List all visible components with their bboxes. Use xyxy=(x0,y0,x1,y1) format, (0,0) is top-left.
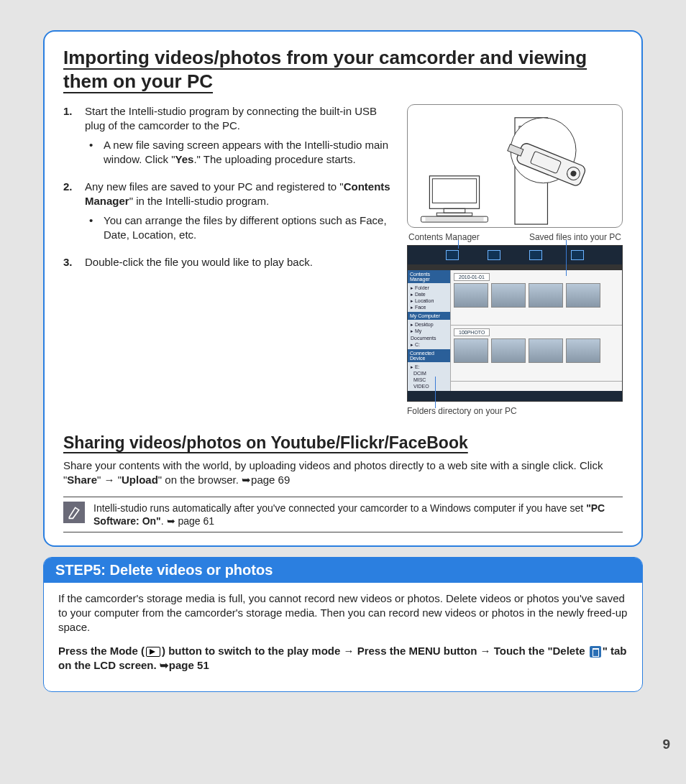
share-mid: " → " xyxy=(97,474,122,486)
svg-rect-3 xyxy=(436,213,472,216)
step5-p2-b: ) button to switch to the play mode → Pr… xyxy=(162,645,588,657)
section-title-sharing: Sharing videos/photos on Youtube/Flickr/… xyxy=(63,433,623,453)
bullet-bold: Yes xyxy=(175,153,194,165)
main-content-panel: Importing videos/photos from your camcor… xyxy=(43,30,643,547)
play-mode-icon xyxy=(146,647,160,657)
step-number: 3. xyxy=(63,255,85,269)
share-post: " on the browser. ➥page 69 xyxy=(158,474,290,486)
step-2: 2. Any new files are saved to your PC an… xyxy=(63,180,395,245)
step5-p2-a: Press the Mode ( xyxy=(58,645,145,657)
step-number: 2. xyxy=(63,180,85,245)
svg-rect-0 xyxy=(429,176,479,208)
step5-header: STEP5: Delete videos or photos xyxy=(44,558,642,583)
section-title-importing: Importing videos/photos from your camcor… xyxy=(63,46,623,93)
step-text: Start the Intelli-studio program by conn… xyxy=(85,104,395,134)
bullet-item: You can arrange the files by different o… xyxy=(85,213,395,243)
label-saved-files: Saved files into your PC xyxy=(529,232,621,242)
step5-paragraph-2: Press the Mode () button to switch to th… xyxy=(58,644,628,673)
label-folders-directory: Folders directory on your PC xyxy=(407,406,623,416)
share-bold1: Share xyxy=(67,474,97,486)
step-text: Double-click the file you would like to … xyxy=(85,255,395,269)
step5-panel: STEP5: Delete videos or photos If the ca… xyxy=(43,557,643,692)
page-number: 9 xyxy=(662,737,670,752)
delete-icon xyxy=(590,646,601,658)
note-post: . ➥ page 61 xyxy=(161,515,214,527)
bullet-text: You can arrange the files by different o… xyxy=(104,213,395,243)
bullet-text-post: ." The uploading procedure starts. xyxy=(193,153,355,165)
screenshot-labels-top: Contents Manager Saved files into your P… xyxy=(407,232,623,242)
share-bold2: Upload xyxy=(122,474,158,486)
intelli-studio-screenshot: Contents Manager ▸ Folder▸ Date▸ Locatio… xyxy=(407,245,623,402)
illustration-column: Contents Manager Saved files into your P… xyxy=(407,104,623,416)
svg-rect-1 xyxy=(432,179,476,203)
steps-column: 1. Start the Intelli-studio program by c… xyxy=(63,104,395,416)
step5-body: If the camcorder's storage media is full… xyxy=(44,583,642,691)
step5-paragraph-1: If the camcorder's storage media is full… xyxy=(58,591,628,635)
svg-rect-2 xyxy=(444,208,465,213)
label-contents-manager: Contents Manager xyxy=(408,232,480,242)
step-3: 3. Double-click the file you would like … xyxy=(63,255,395,269)
step-1: 1. Start the Intelli-studio program by c… xyxy=(63,104,395,170)
step-number: 1. xyxy=(63,104,85,170)
note-box: Intelli-studio runs automatically after … xyxy=(63,497,623,532)
note-pre: Intelli-studio runs automatically after … xyxy=(93,502,586,514)
bullet-item: A new file saving screen appears with th… xyxy=(85,138,395,167)
sharing-paragraph: Share your contents with the world, by u… xyxy=(63,458,623,488)
note-text: Intelli-studio runs automatically after … xyxy=(93,502,623,527)
step-text-pre: Any new files are saved to your PC and r… xyxy=(85,180,344,193)
note-icon xyxy=(63,502,85,523)
two-column-layout: 1. Start the Intelli-studio program by c… xyxy=(63,104,623,416)
step-text-post: " in the Intelli-studio program. xyxy=(129,195,270,207)
connection-illustration xyxy=(407,104,623,228)
